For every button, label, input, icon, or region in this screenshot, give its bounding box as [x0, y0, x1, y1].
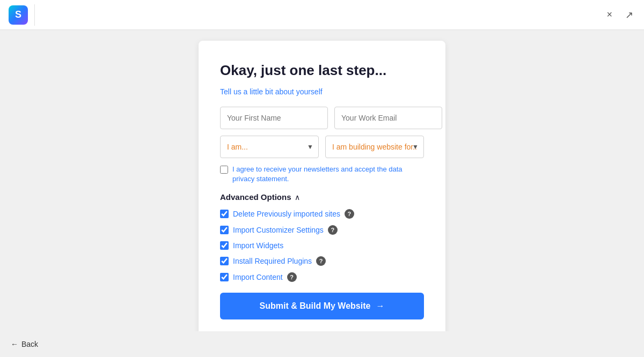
advanced-options-list: Delete Previously imported sites?Import …: [220, 209, 424, 282]
close-button[interactable]: ×: [604, 7, 614, 23]
help-icon-import_content[interactable]: ?: [287, 272, 297, 282]
option-row-import_content: Import Content?: [220, 272, 424, 282]
first-name-input[interactable]: [220, 107, 328, 129]
option-checkbox-import_customizer[interactable]: [220, 226, 229, 234]
option-label-import_widgets: Import Widgets: [233, 241, 283, 250]
submit-arrow-icon: →: [376, 301, 384, 311]
advanced-options-title: Advanced Options: [220, 192, 291, 202]
option-label-import_content: Import Content: [233, 273, 283, 281]
logo-icon: S: [9, 5, 28, 25]
topbar: S × ↗: [0, 0, 644, 30]
option-checkbox-delete_sites[interactable]: [220, 210, 229, 218]
back-button[interactable]: ← Back: [11, 340, 38, 348]
help-icon-delete_sites[interactable]: ?: [345, 209, 354, 219]
purpose-select[interactable]: I am building website for... Myself Clie…: [325, 136, 424, 158]
consent-checkbox[interactable]: [220, 166, 228, 174]
option-row-import_customizer: Import Customizer Settings?: [220, 225, 424, 235]
option-label-import_customizer: Import Customizer Settings: [233, 226, 324, 234]
back-label: Back: [21, 340, 38, 348]
back-arrow-icon: ←: [11, 340, 18, 348]
card-title: Okay, just one last step...: [220, 62, 424, 79]
option-label-install_plugins: Install Required Plugins: [233, 257, 312, 265]
card-subtitle: Tell us a little bit about yourself: [220, 87, 424, 96]
option-checkbox-import_content[interactable]: [220, 273, 229, 281]
consent-label: I agree to receive your newsletters and …: [232, 165, 424, 184]
topbar-left: S: [9, 4, 35, 26]
consent-row: I agree to receive your newsletters and …: [220, 165, 424, 184]
bottom-bar: ← Back: [0, 331, 644, 357]
option-row-install_plugins: Install Required Plugins?: [220, 256, 424, 266]
external-link-button[interactable]: ↗: [623, 7, 635, 23]
submit-button[interactable]: Submit & Build My Website →: [220, 293, 424, 319]
option-row-delete_sites: Delete Previously imported sites?: [220, 209, 424, 219]
purpose-select-wrapper: I am building website for... Myself Clie…: [325, 136, 424, 158]
submit-label: Submit & Build My Website: [260, 301, 371, 311]
name-email-row: [220, 107, 424, 129]
help-icon-import_customizer[interactable]: ?: [328, 225, 338, 235]
form-card: Okay, just one last step... Tell us a li…: [199, 41, 445, 331]
option-row-import_widgets: Import Widgets: [220, 241, 424, 250]
role-select-wrapper: I am... Developer Designer Marketer ▼: [220, 136, 319, 158]
help-icon-install_plugins[interactable]: ?: [316, 256, 326, 266]
option-checkbox-import_widgets[interactable]: [220, 241, 229, 250]
external-link-icon: ↗: [625, 9, 633, 21]
option-checkbox-install_plugins[interactable]: [220, 257, 229, 265]
advanced-options-toggle[interactable]: Advanced Options ∧: [220, 192, 424, 202]
option-label-delete_sites: Delete Previously imported sites: [233, 210, 340, 218]
chevron-up-icon: ∧: [295, 193, 300, 202]
role-select[interactable]: I am... Developer Designer Marketer: [220, 136, 319, 158]
work-email-input[interactable]: [334, 107, 442, 129]
topbar-divider: [34, 4, 35, 26]
role-purpose-row: I am... Developer Designer Marketer ▼ I …: [220, 136, 424, 158]
topbar-actions: × ↗: [604, 7, 635, 23]
main-content: Okay, just one last step... Tell us a li…: [0, 30, 644, 331]
